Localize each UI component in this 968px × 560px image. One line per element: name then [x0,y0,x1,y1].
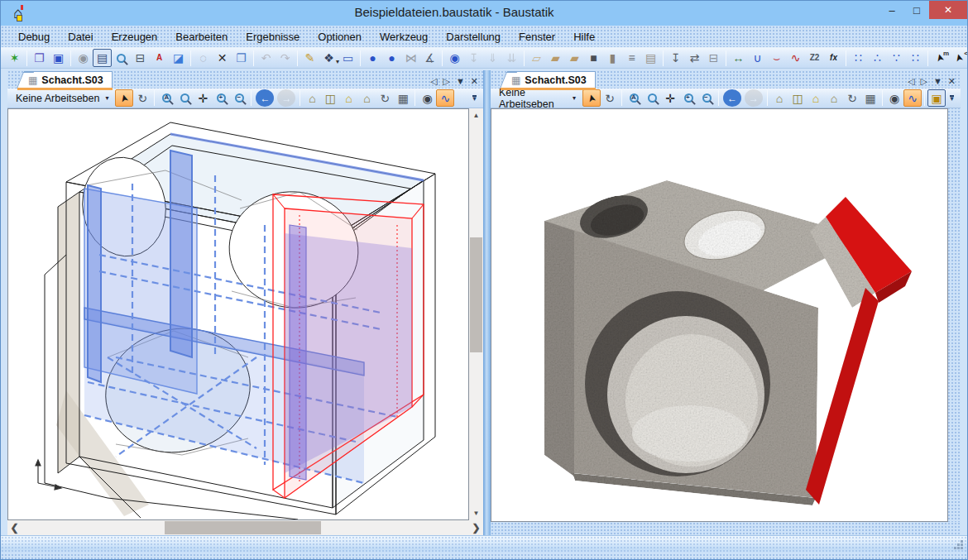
measure-angle-button[interactable]: ∡ [420,49,439,67]
page-zoom-button[interactable] [112,49,131,67]
load-exchange-button[interactable]: ⇄ [685,49,704,67]
view-axon-button[interactable]: ⌂ [770,89,788,107]
zoom-out-button[interactable]: − [230,89,248,107]
scroll-right-button[interactable]: ❯ [469,520,483,535]
new-document-button[interactable]: ✶ [5,49,24,67]
animation-path-button[interactable]: ∿ [903,89,922,107]
rotate-select-button[interactable]: ↻ [601,89,619,107]
tab-list-button[interactable]: ▼ [933,77,942,86]
zoom-window-button[interactable] [175,89,194,107]
select-arrow-button[interactable]: ➤ [115,89,133,107]
node-select-button[interactable]: ● [382,49,401,67]
print-button[interactable]: ⊟ [131,49,150,67]
pan-button[interactable]: ✛ [194,89,212,107]
menu-optionen[interactable]: Optionen [309,28,371,45]
nav-back-button[interactable]: ← [723,89,741,107]
workplane-dropdown[interactable]: Keine Arbeitseben ▾ [11,93,115,104]
grid-button[interactable]: ▦ [861,89,879,107]
rotate-view-button[interactable]: ↻ [376,89,394,107]
menu-ergebnisse[interactable]: Ergebnisse [237,28,309,45]
delete-button[interactable]: ✕ [213,49,232,67]
surface-button[interactable]: ▱ [527,49,546,67]
surface-pick-button[interactable]: ▰ [565,49,584,67]
zoom-in-button[interactable]: + [212,89,230,107]
node-move-button[interactable]: ∷ [906,49,925,67]
scroll-down-button[interactable]: ▼ [469,506,483,520]
properties-button[interactable]: ✎ [300,49,319,67]
open-file-button[interactable]: ❐ [30,49,49,67]
nav-back-button[interactable]: ← [256,89,274,107]
line-support-button[interactable]: ≡ [622,49,641,67]
image-export-button[interactable]: ◪ [169,49,188,67]
close-tab-button[interactable]: ✕ [471,77,478,86]
camera-button[interactable]: ◉ [418,89,436,107]
menu-darstellung[interactable]: Darstellung [437,28,510,45]
prev-tab-button[interactable]: ◁ [908,77,914,86]
rotate-select-button[interactable]: ↻ [133,89,151,107]
view-section-button[interactable]: ◫ [321,89,339,107]
tab-schacht-right[interactable]: ▦ Schacht.S03 [507,71,596,89]
grid-button[interactable]: ▦ [394,89,412,107]
node-axis-button[interactable]: ∴ [868,49,887,67]
model-canvas-rendered[interactable] [491,108,948,522]
menu-erzeugen[interactable]: Erzeugen [103,28,167,45]
animation-path-button[interactable]: ∿ [436,89,454,107]
next-tab-button[interactable]: ▷ [920,77,927,86]
zoom-in-button[interactable]: + [679,89,697,107]
scroll-left-button[interactable]: ❮ [7,520,22,535]
maximize-button[interactable]: □ [904,1,929,19]
solid-pick-button[interactable]: ■ [584,49,603,67]
mirror-button[interactable]: ⋈ [401,49,420,67]
node-rotate-button[interactable]: ∵ [887,49,906,67]
textured-view-button[interactable]: ▣ [927,89,946,107]
camera-button[interactable]: ◉ [885,89,903,107]
node-button[interactable]: ● [363,49,382,67]
pdf-export-button[interactable]: A [150,49,169,67]
toolbar-overflow-button[interactable]: ▾ [468,92,481,105]
pan-button[interactable]: ✛ [661,89,679,107]
slab-pick-button[interactable]: ▤ [641,49,660,67]
surface-move-button[interactable]: ▰ [546,49,565,67]
tab-list-button[interactable]: ▼ [456,77,465,86]
zoom-all-button[interactable]: A [625,89,643,107]
export-disk-button[interactable]: ◉ [74,49,93,67]
beam-bend-button[interactable]: ⌣ [767,49,786,67]
dimension-button[interactable]: ↔ [729,49,748,67]
view-section-button[interactable]: ◫ [788,89,807,107]
section-z2-button[interactable]: Z2 [805,49,824,67]
view-axon-button[interactable]: ⌂ [303,89,321,107]
horizontal-scroll-thumb[interactable] [165,521,321,534]
zoom-all-button[interactable]: A [157,89,175,107]
function-fx-button[interactable]: fx [824,49,843,67]
minimize-button[interactable]: – [879,1,904,19]
home-icon[interactable]: ⌂ [7,4,29,24]
prev-tab-button[interactable]: ◁ [430,77,437,86]
cursor-bracket-button[interactable]: ➤< [950,49,967,67]
moment-curve-button[interactable]: ∿ [786,49,805,67]
beam-u-button[interactable]: ∪ [748,49,767,67]
view-front-button[interactable]: ⌂ [807,89,825,107]
menu-datei[interactable]: Datei [59,28,102,45]
copy-button[interactable]: ❐ [232,49,251,67]
display-options-button[interactable]: ▭ [338,49,357,67]
menu-hilfe[interactable]: Hilfe [564,28,604,45]
view-plan-button[interactable]: ⌂ [825,89,843,107]
tab-schacht-left[interactable]: ▦ Schacht.S03 [24,71,113,89]
close-button[interactable]: ✕ [929,1,967,19]
menu-fenster[interactable]: Fenster [510,28,564,45]
load-strip-button[interactable]: ⊟ [704,49,723,67]
menu-bearbeiten[interactable]: Bearbeiten [166,28,237,45]
column-pick-button[interactable]: ▮ [603,49,622,67]
zoom-window-button[interactable] [643,89,661,107]
vertical-scroll-thumb[interactable] [470,237,482,352]
print-preview-button[interactable]: ▤ [93,49,112,67]
lasso-select-button[interactable]: ◌ [194,49,213,67]
menu-werkzeug[interactable]: Werkzeug [371,28,437,45]
area-load-button[interactable]: ↧ [666,49,685,67]
model-canvas-wireframe[interactable] [7,108,469,520]
panel-splitter[interactable] [483,70,491,535]
node-add-button[interactable]: ◉ [445,49,464,67]
cursor-m-button[interactable]: ➤m [931,49,950,67]
scroll-up-button[interactable]: ▲ [469,108,483,122]
save-button[interactable]: ▣ [49,49,68,67]
